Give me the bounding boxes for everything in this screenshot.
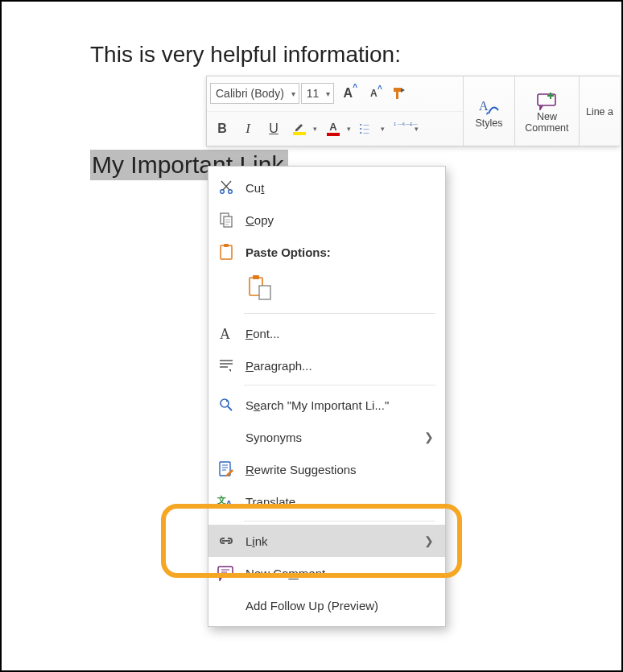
- styles-label: Styles: [475, 118, 502, 130]
- font-name-value: Calibri (Body): [216, 87, 284, 100]
- context-menu-rewrite-label: Rewrite Suggestions: [245, 463, 434, 476]
- paste-keep-source-button[interactable]: [245, 272, 274, 306]
- format-painter-button[interactable]: [387, 81, 411, 105]
- context-menu-translate-label: Translate: [245, 495, 434, 509]
- styles-icon: A: [477, 96, 500, 117]
- mini-toolbar: Calibri (Body) ▾ 11 ▾ A A B I U: [206, 76, 620, 146]
- bold-icon: B: [217, 122, 227, 136]
- italic-icon: I: [245, 121, 250, 137]
- translate-icon: 文A: [217, 492, 236, 511]
- blank-icon: [217, 596, 236, 615]
- highlight-color-swatch: [293, 132, 306, 135]
- context-menu-link[interactable]: Link ❯: [208, 525, 445, 557]
- font-size-value: 11: [307, 87, 320, 100]
- numbering-button[interactable]: [389, 117, 421, 141]
- svg-point-13: [226, 400, 228, 402]
- context-menu-synonyms-label: Synonyms: [245, 431, 415, 444]
- font-color-icon: A: [327, 122, 340, 136]
- svg-rect-6: [221, 245, 232, 259]
- chevron-right-icon: ❯: [424, 534, 434, 547]
- svg-point-3: [229, 190, 233, 194]
- mini-toolbar-main: Calibri (Body) ▾ 11 ▾ A A B I U: [207, 76, 463, 146]
- menu-separator: [244, 385, 435, 385]
- blank-icon: [217, 427, 236, 447]
- svg-text:A: A: [225, 499, 233, 509]
- paste-option-icon: [248, 274, 272, 300]
- increase-font-size-button[interactable]: A: [336, 81, 360, 105]
- menu-separator: [244, 313, 435, 314]
- document-intro-text: This is very helpful information:: [90, 42, 401, 68]
- paste-options-row: [208, 268, 445, 310]
- new-comment-icon: [534, 91, 559, 110]
- mini-toolbar-row-1: Calibri (Body) ▾ 11 ▾ A A: [207, 76, 463, 111]
- svg-rect-10: [259, 286, 270, 299]
- format-painter-icon: [391, 85, 407, 101]
- svg-point-2: [221, 190, 225, 194]
- font-color-button[interactable]: A: [321, 117, 353, 141]
- context-menu-rewrite[interactable]: Rewrite Suggestions: [208, 453, 445, 485]
- context-menu-paste-options-label: Paste Options:: [245, 245, 434, 259]
- highlight-icon: [293, 122, 306, 135]
- numbering-icon: [394, 122, 408, 135]
- context-menu-copy-label: Copy: [245, 213, 434, 227]
- line-and-label: Line a: [586, 107, 613, 118]
- new-comment-label: New Comment: [525, 112, 568, 134]
- clipboard-icon: [217, 242, 236, 262]
- context-menu-paragraph-label: Paragraph...: [245, 359, 434, 373]
- chevron-down-icon: ▾: [291, 89, 295, 98]
- mini-toolbar-row-2: B I U A: [207, 111, 463, 146]
- font-color-swatch: [327, 133, 340, 136]
- svg-rect-7: [224, 244, 229, 247]
- search-icon: [217, 395, 236, 414]
- context-menu-font-label: Font...: [245, 327, 434, 340]
- context-menu-font[interactable]: A Font...: [208, 317, 445, 349]
- italic-button[interactable]: I: [236, 117, 260, 141]
- context-menu-add-follow-up[interactable]: Add Follow Up (Preview): [208, 589, 445, 621]
- font-size-combo[interactable]: 11 ▾: [301, 83, 335, 104]
- comment-icon: [217, 563, 236, 583]
- svg-rect-18: [218, 567, 233, 576]
- bold-button[interactable]: B: [210, 117, 234, 141]
- context-menu-search[interactable]: Search "My Important Li...": [208, 389, 445, 421]
- svg-text:A: A: [220, 326, 230, 341]
- context-menu-paste-options: Paste Options:: [208, 236, 445, 268]
- copy-icon: [217, 210, 236, 229]
- underline-icon: U: [269, 122, 278, 136]
- context-menu-synonyms[interactable]: Synonyms ❯: [208, 421, 445, 453]
- context-menu-new-comment[interactable]: New Comment: [208, 557, 445, 589]
- context-menu-link-label: Link: [245, 534, 415, 548]
- context-menu-paragraph[interactable]: Paragraph...: [208, 349, 445, 381]
- highlight-color-button[interactable]: [287, 117, 320, 141]
- font-letter-icon: A: [217, 324, 236, 343]
- link-icon: [217, 531, 236, 550]
- bullets-icon: [360, 122, 374, 135]
- paragraph-icon: [217, 356, 236, 375]
- line-and-group[interactable]: Line a: [579, 76, 620, 146]
- svg-rect-17: [222, 540, 230, 542]
- context-menu: Cut Copy Paste Options: A Font...: [208, 166, 446, 627]
- svg-rect-9: [253, 275, 259, 279]
- styles-group[interactable]: A Styles: [463, 76, 514, 146]
- context-menu-search-label: Search "My Important Li...": [245, 398, 434, 412]
- context-menu-translate[interactable]: 文A Translate: [208, 485, 445, 517]
- decrease-font-size-button[interactable]: A: [361, 81, 386, 105]
- chevron-down-icon: ▾: [326, 89, 330, 98]
- svg-text:A: A: [479, 99, 489, 113]
- menu-separator: [244, 521, 435, 522]
- scissors-icon: [217, 178, 236, 197]
- screenshot-frame: This is very helpful information: My Imp…: [0, 0, 623, 672]
- underline-button[interactable]: U: [262, 117, 286, 141]
- decrease-font-icon: A: [370, 88, 378, 99]
- chevron-right-icon: ❯: [424, 431, 434, 443]
- rewrite-icon: [217, 460, 236, 479]
- context-menu-copy[interactable]: Copy: [208, 204, 445, 236]
- context-menu-new-comment-label: New Comment: [245, 567, 434, 580]
- context-menu-cut-label: Cut: [245, 181, 434, 195]
- increase-font-icon: A: [344, 86, 353, 101]
- context-menu-add-follow-up-label: Add Follow Up (Preview): [245, 599, 434, 612]
- context-menu-cut[interactable]: Cut: [208, 171, 445, 204]
- bullets-button[interactable]: [355, 117, 387, 141]
- font-name-combo[interactable]: Calibri (Body) ▾: [210, 83, 299, 104]
- new-comment-group[interactable]: New Comment: [514, 76, 579, 146]
